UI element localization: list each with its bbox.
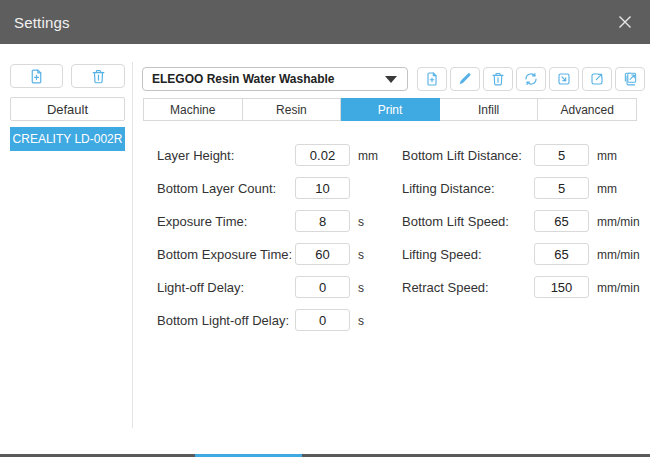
close-icon [617, 14, 633, 30]
settings-dialog: Settings Defaul [0, 0, 650, 457]
tab-resin[interactable]: Resin [243, 98, 342, 121]
field-label-exposure-time: Exposure Time: [157, 214, 247, 229]
chevron-down-icon [385, 76, 397, 83]
default-profile-button[interactable]: Default [10, 97, 125, 121]
exposure-time-input[interactable] [295, 210, 350, 232]
settings-tabs: Machine Resin Print Infill Advanced [143, 98, 637, 121]
tab-print[interactable]: Print [341, 98, 440, 121]
field-label-bottom-light-off-delay: Bottom Light-off Delay: [157, 313, 289, 328]
field-unit: mm [597, 182, 617, 196]
lifting-speed-input[interactable] [534, 243, 589, 265]
tab-infill[interactable]: Infill [440, 98, 539, 121]
field-label-bottom-layer-count: Bottom Layer Count: [157, 181, 276, 196]
field-unit: s [358, 248, 364, 262]
field-label-bottom-lift-speed: Bottom Lift Speed: [402, 214, 509, 229]
bottom-lift-speed-input[interactable] [534, 210, 589, 232]
add-file-icon [28, 68, 45, 85]
machine-profile-item[interactable]: CREALITY LD-002R [10, 127, 125, 151]
field-unit: mm [597, 149, 617, 163]
add-resin-button[interactable] [417, 67, 447, 91]
layer-height-input[interactable] [295, 144, 350, 166]
edit-pencil-icon [457, 71, 473, 87]
refresh-icon [523, 71, 539, 87]
export-resin-button[interactable] [582, 67, 612, 91]
sidebar-divider [132, 62, 133, 428]
trash-icon [90, 68, 107, 85]
add-file-icon [424, 71, 440, 87]
retract-speed-input[interactable] [534, 276, 589, 298]
field-label-bottom-lift-distance: Bottom Lift Distance: [402, 148, 522, 163]
edit-resin-button[interactable] [450, 67, 480, 91]
resin-profile-selected-value: ELEGOO Resin Water Washable [152, 72, 385, 86]
field-label-light-off-delay: Light-off Delay: [157, 280, 244, 295]
field-unit: s [358, 281, 364, 295]
import-icon [556, 71, 572, 87]
field-unit: mm/min [597, 215, 640, 229]
tab-machine[interactable]: Machine [143, 98, 243, 121]
add-machine-button[interactable] [10, 64, 63, 88]
close-button[interactable] [610, 8, 640, 36]
export-all-icon [622, 71, 638, 87]
title-bar: Settings [0, 0, 650, 44]
tab-advanced[interactable]: Advanced [538, 98, 637, 121]
trash-icon [490, 71, 506, 87]
field-unit: mm/min [597, 248, 640, 262]
delete-resin-button[interactable] [483, 67, 513, 91]
field-label-lifting-distance: Lifting Distance: [402, 181, 495, 196]
resin-profile-select[interactable]: ELEGOO Resin Water Washable [142, 67, 408, 91]
field-unit: s [358, 215, 364, 229]
field-label-layer-height: Layer Height: [157, 148, 234, 163]
field-unit: s [358, 314, 364, 328]
field-label-bottom-exposure-time: Bottom Exposure Time: [157, 247, 292, 262]
light-off-delay-input[interactable] [295, 276, 350, 298]
export-all-resin-button[interactable] [615, 67, 645, 91]
field-label-lifting-speed: Lifting Speed: [402, 247, 482, 262]
bottom-layer-count-input[interactable] [295, 177, 350, 199]
bottom-lift-distance-input[interactable] [534, 144, 589, 166]
delete-machine-button[interactable] [71, 64, 125, 88]
field-unit: mm/min [597, 281, 640, 295]
dialog-title: Settings [14, 14, 70, 31]
field-label-retract-speed: Retract Speed: [402, 280, 489, 295]
export-icon [589, 71, 605, 87]
field-unit: mm [358, 149, 378, 163]
bottom-exposure-time-input[interactable] [295, 243, 350, 265]
bottom-light-off-delay-input[interactable] [295, 309, 350, 331]
lifting-distance-input[interactable] [534, 177, 589, 199]
import-resin-button[interactable] [549, 67, 579, 91]
refresh-resin-button[interactable] [516, 67, 546, 91]
